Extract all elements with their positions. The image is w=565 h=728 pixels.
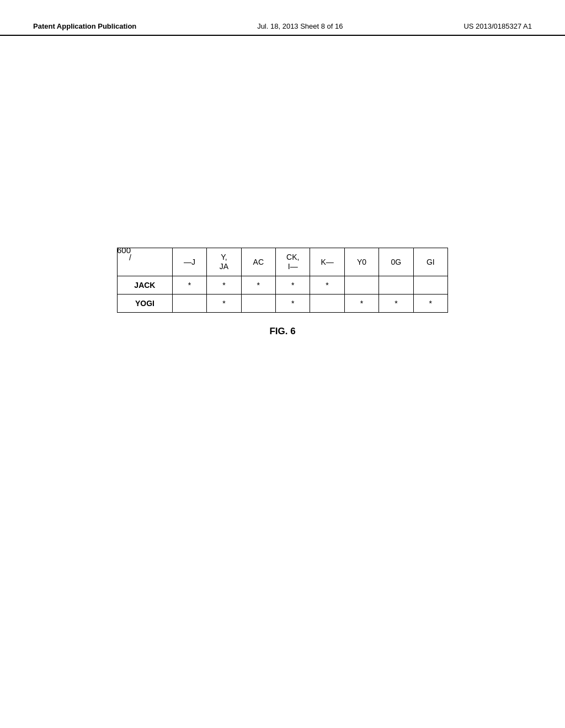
row-yogi-k — [310, 294, 344, 312]
col-header-cki: CK,I— — [276, 248, 310, 276]
row-jack-cki: * — [276, 276, 310, 294]
col-header-y0: Y0 — [344, 248, 379, 276]
figure-caption: FIG. 6 — [269, 326, 295, 337]
row-jack-k: * — [310, 276, 344, 294]
row-yogi-yja: * — [207, 294, 241, 312]
row-yogi-og: * — [379, 294, 413, 312]
row-yogi-y0: * — [344, 294, 379, 312]
col-header-k: K— — [310, 248, 344, 276]
table-row-jack: JACK * * * * * — [118, 276, 448, 294]
header-patent-number: US 2013/0185327 A1 — [463, 22, 532, 30]
row-yogi-cki: * — [276, 294, 310, 312]
page: Patent Application Publication Jul. 18, … — [0, 0, 565, 728]
col-header-gi: GI — [413, 248, 447, 276]
row-yogi-j — [172, 294, 206, 312]
col-header-ac: AC — [241, 248, 275, 276]
row-jack-ac: * — [241, 276, 275, 294]
col-header-yja: Y,JA — [207, 248, 241, 276]
row-yogi-gi: * — [413, 294, 447, 312]
row-name-jack: JACK — [118, 276, 173, 294]
main-content: 600 / —J Y,JA AC CK,I— K— Y0 0G GI — [0, 36, 565, 337]
data-table: —J Y,JA AC CK,I— K— Y0 0G GI JACK * * — [117, 248, 448, 313]
row-jack-gi — [413, 276, 447, 294]
table-row-yogi: YOGI * * * * * — [118, 294, 448, 312]
row-jack-yja: * — [207, 276, 241, 294]
table-header-row: —J Y,JA AC CK,I— K— Y0 0G GI — [118, 248, 448, 276]
table-wrapper: —J Y,JA AC CK,I— K— Y0 0G GI JACK * * — [117, 248, 448, 313]
row-yogi-ac — [241, 294, 275, 312]
col-header-og: 0G — [379, 248, 413, 276]
col-header-j: —J — [172, 248, 206, 276]
header-date-sheet: Jul. 18, 2013 Sheet 8 of 16 — [257, 22, 343, 30]
row-jack-og — [379, 276, 413, 294]
row-name-yogi: YOGI — [118, 294, 173, 312]
page-header: Patent Application Publication Jul. 18, … — [0, 0, 565, 36]
figure-slash: / — [129, 253, 131, 262]
header-publication-label: Patent Application Publication — [33, 22, 136, 30]
row-jack-y0 — [344, 276, 379, 294]
row-jack-j: * — [172, 276, 206, 294]
